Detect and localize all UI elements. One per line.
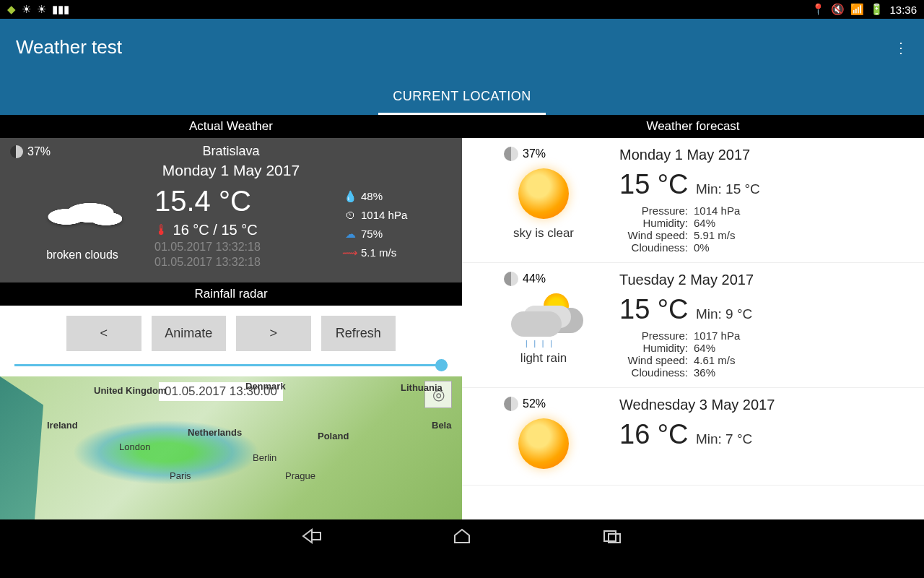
- map-label-netherlands: Netherlands: [188, 427, 242, 438]
- wifi-icon: 📶: [850, 3, 864, 16]
- tab-bar: CURRENT LOCATION: [16, 89, 908, 115]
- sun-icon: [518, 418, 569, 469]
- forecast-moon-pct: 37%: [523, 147, 546, 160]
- humidity-icon: 💧: [344, 190, 357, 203]
- timestamp-1: 01.05.2017 13:32:18: [154, 240, 344, 255]
- slider-thumb[interactable]: [435, 359, 448, 371]
- status-time: 13:36: [889, 4, 917, 16]
- map-label-poland: Poland: [318, 431, 349, 441]
- radar-prev-button[interactable]: <: [66, 316, 141, 351]
- moon-phase-icon: [10, 145, 23, 158]
- forecast-desc: light rain: [520, 351, 567, 366]
- brightness-icon: ☀: [22, 3, 31, 16]
- forecast-temp: 15 °C: [619, 294, 688, 324]
- radar-refresh-button[interactable]: Refresh: [321, 316, 396, 351]
- actual-date: Monday 1 May 2017: [10, 162, 452, 179]
- map-label-prague: Prague: [285, 470, 315, 481]
- minmax-temp: 16 °C / 15 °C: [173, 222, 258, 238]
- battery-icon: 🔋: [870, 3, 884, 16]
- svg-rect-0: [604, 531, 616, 541]
- rain-cloud-icon: [511, 293, 576, 344]
- brightness-icon-2: ☀: [37, 3, 46, 16]
- humidity-val: 48%: [361, 190, 383, 202]
- map-label-denmark: Denmark: [245, 381, 286, 392]
- moon-phase-icon: [504, 272, 518, 286]
- mute-icon: 🔇: [831, 3, 845, 16]
- moon-pct: 37%: [27, 145, 51, 158]
- forecast-item[interactable]: 44% light rain Tuesday 2 May 2017 15 °C …: [462, 263, 924, 388]
- wind-val: 5.1 m/s: [361, 246, 396, 259]
- forecast-item[interactable]: 52% Wednesday 3 May 2017 16 °C Min: 7 °C: [462, 388, 924, 486]
- map-label-bela: Bela: [432, 420, 451, 431]
- forecast-temp: 15 °C: [619, 169, 688, 199]
- location-icon: 📍: [811, 3, 825, 16]
- forecast-moon-pct: 44%: [523, 272, 546, 285]
- map-label-berlin: Berlin: [253, 452, 276, 463]
- recent-button[interactable]: [602, 528, 622, 548]
- forecast-temp: 16 °C: [619, 419, 688, 449]
- timestamp-2: 01.05.2017 13:32:18: [154, 255, 344, 270]
- map-label-london: London: [119, 441, 150, 452]
- map-label-lithuania: Lithuania: [401, 382, 443, 393]
- tab-current-location[interactable]: CURRENT LOCATION: [378, 89, 545, 115]
- overflow-menu-icon[interactable]: ⋮: [894, 39, 908, 56]
- home-button[interactable]: [452, 528, 472, 548]
- weather-desc: broken clouds: [10, 249, 154, 262]
- app-header: Weather test ⋮ CURRENT LOCATION: [0, 19, 924, 115]
- radar-time-slider[interactable]: [14, 364, 448, 366]
- forecast-list: 37% sky is clear Monday 1 May 2017 15 °C…: [462, 138, 924, 486]
- app-title: Weather test: [16, 36, 122, 59]
- radar-header: Rainfall radar: [0, 282, 462, 306]
- map-label-ireland: Ireland: [47, 420, 78, 431]
- thermometer-icon: 🌡: [154, 222, 169, 238]
- actual-weather-header: Actual Weather: [0, 115, 462, 138]
- back-button[interactable]: [302, 528, 322, 548]
- forecast-min: Min: 9 °C: [696, 306, 752, 322]
- cloud-icon: [43, 193, 122, 233]
- radar-section: < Animate > Refresh 01.05.2017 13:30:00 …: [0, 306, 462, 519]
- sun-icon: [518, 168, 569, 219]
- radar-next-button[interactable]: >: [236, 316, 311, 351]
- wind-icon: ⟿: [344, 246, 357, 259]
- actual-weather-card: 37% Bratislava Monday 1 May 2017 broken …: [0, 138, 462, 282]
- map-label-paris: Paris: [170, 470, 191, 481]
- forecast-item[interactable]: 37% sky is clear Monday 1 May 2017 15 °C…: [462, 138, 924, 263]
- android-icon: ◆: [7, 3, 16, 16]
- clouds-val: 75%: [361, 228, 383, 240]
- radar-animate-button[interactable]: Animate: [152, 316, 227, 351]
- left-panel: Actual Weather 37% Bratislava Monday 1 M…: [0, 115, 462, 519]
- pressure-icon: ⏲: [344, 209, 357, 222]
- forecast-min: Min: 7 °C: [696, 431, 752, 447]
- forecast-min: Min: 15 °C: [696, 181, 760, 197]
- nav-bar: [0, 519, 924, 557]
- status-bar: ◆ ☀ ☀ ▮▮▮ 📍 🔇 📶 🔋 13:36: [0, 0, 924, 19]
- cloud-stat-icon: ☁: [344, 228, 357, 241]
- moon-phase-icon: [504, 147, 518, 161]
- forecast-date: Monday 1 May 2017: [619, 147, 918, 163]
- map-label-uk: United Kingdom: [94, 385, 166, 396]
- bars-icon: ▮▮▮: [52, 3, 69, 16]
- forecast-header: Weather forecast: [462, 115, 924, 138]
- radar-map[interactable]: 01.05.2017 13:30:00 ◎ United Kingdom Ire…: [0, 376, 462, 519]
- main-temp: 15.4 °C: [154, 185, 344, 217]
- city-name: Bratislava: [10, 144, 452, 159]
- forecast-date: Tuesday 2 May 2017: [619, 272, 918, 288]
- forecast-desc: sky is clear: [513, 226, 574, 241]
- moon-phase-icon: [504, 397, 518, 411]
- forecast-moon-pct: 52%: [523, 397, 546, 410]
- forecast-date: Wednesday 3 May 2017: [619, 397, 918, 413]
- right-panel: Weather forecast 37% sky is clear Monday…: [462, 115, 924, 519]
- pressure-val: 1014 hPa: [361, 209, 407, 221]
